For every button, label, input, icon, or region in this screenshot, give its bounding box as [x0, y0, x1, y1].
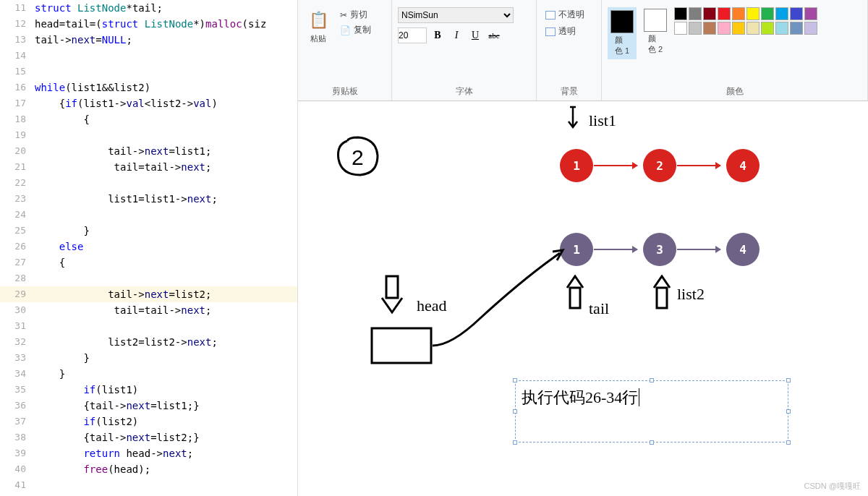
- line-number: 36: [0, 398, 35, 414]
- list-node: 4: [726, 233, 760, 266]
- color-swatch[interactable]: [703, 7, 716, 20]
- code-line[interactable]: 28: [0, 270, 297, 286]
- line-number: 39: [0, 445, 35, 461]
- text-edit-box[interactable]: 执行代码26-34行: [515, 380, 788, 442]
- color-swatch[interactable]: [718, 22, 731, 35]
- color-swatch[interactable]: [804, 22, 817, 35]
- code-text: list2=list2->next;: [35, 334, 218, 350]
- code-line[interactable]: 37 if(list2): [0, 414, 297, 429]
- color-swatch[interactable]: [732, 22, 745, 35]
- code-line[interactable]: 36 {tail->next=list1;}: [0, 398, 297, 414]
- color-swatch[interactable]: [761, 7, 774, 20]
- code-line[interactable]: 33 }: [0, 350, 297, 366]
- paint-canvas[interactable]: 2 list1 124 134 head: [298, 101, 868, 496]
- line-number: 22: [0, 175, 35, 191]
- drawn-circle-2: 2: [333, 130, 391, 188]
- code-text: list1=list1->next;: [35, 191, 218, 207]
- opaque-button[interactable]: 不透明: [542, 7, 587, 22]
- code-line[interactable]: 38 {tail->next=list2;}: [0, 429, 297, 445]
- code-line[interactable]: 21 tail=tail->next;: [0, 159, 297, 175]
- copy-button[interactable]: 📄 复制: [337, 22, 374, 38]
- italic-button[interactable]: I: [448, 27, 464, 43]
- font-family-select[interactable]: NSimSun: [398, 7, 514, 23]
- code-text: tail->next=list1;: [35, 143, 211, 159]
- color-swatch[interactable]: [689, 22, 702, 35]
- line-number: 23: [0, 191, 35, 207]
- code-text: {if(list1->val<list2->val): [35, 95, 218, 111]
- head-box: [370, 327, 435, 370]
- font-size-input[interactable]: [398, 27, 427, 43]
- color1-button[interactable]: 颜 色 1: [608, 7, 637, 59]
- code-line[interactable]: 22: [0, 175, 297, 191]
- code-line[interactable]: 32 list2=list2->next;: [0, 334, 297, 350]
- line-number: 37: [0, 414, 35, 429]
- list-node: 2: [643, 149, 676, 182]
- code-text: return head->next;: [35, 445, 193, 461]
- code-line[interactable]: 16while(list1&&list2): [0, 80, 297, 95]
- arrow-icon: [677, 165, 720, 166]
- code-line[interactable]: 35 if(list1): [0, 382, 297, 398]
- color-swatch[interactable]: [703, 22, 716, 35]
- code-line[interactable]: 12head=tail=(struct ListNode*)malloc(siz: [0, 16, 297, 32]
- color-swatch[interactable]: [775, 7, 788, 20]
- line-number: 27: [0, 255, 35, 270]
- line-number: 31: [0, 318, 35, 334]
- code-line[interactable]: 25 }: [0, 223, 297, 239]
- line-number: 19: [0, 127, 35, 143]
- color2-button[interactable]: 颜 色 2: [641, 7, 670, 56]
- code-line[interactable]: 13tail->next=NULL;: [0, 32, 297, 48]
- code-line[interactable]: 34 }: [0, 366, 297, 382]
- code-line[interactable]: 14: [0, 48, 297, 64]
- code-line[interactable]: 31: [0, 318, 297, 334]
- transparent-button[interactable]: 透明: [542, 24, 579, 39]
- color-swatch[interactable]: [674, 22, 687, 35]
- code-editor[interactable]: 11struct ListNode*tail;12head=tail=(stru…: [0, 0, 298, 496]
- line-number: 11: [0, 0, 35, 16]
- code-line[interactable]: 20 tail->next=list1;: [0, 143, 297, 159]
- svg-rect-1: [386, 276, 398, 298]
- code-text: if(list2): [35, 414, 138, 429]
- code-line[interactable]: 11struct ListNode*tail;: [0, 0, 297, 16]
- underline-button[interactable]: U: [467, 27, 483, 43]
- color-swatch[interactable]: [761, 22, 774, 35]
- color-swatch[interactable]: [718, 7, 731, 20]
- code-line[interactable]: 26 else: [0, 239, 297, 255]
- code-line[interactable]: 30 tail=tail->next;: [0, 302, 297, 318]
- color-swatch[interactable]: [790, 22, 803, 35]
- code-line[interactable]: 40 free(head);: [0, 461, 297, 477]
- tail-label: tail: [589, 299, 609, 318]
- cut-button[interactable]: ✂ 剪切: [337, 7, 374, 22]
- bold-button[interactable]: B: [430, 27, 446, 43]
- code-line[interactable]: 18 {: [0, 111, 297, 127]
- code-line[interactable]: 39 return head->next;: [0, 445, 297, 461]
- color-swatch[interactable]: [790, 7, 803, 20]
- paste-button[interactable]: 📋 粘贴: [304, 7, 333, 46]
- line-number: 17: [0, 95, 35, 111]
- line-number: 20: [0, 143, 35, 159]
- color-swatch[interactable]: [689, 7, 702, 20]
- color-swatch[interactable]: [746, 22, 760, 35]
- bg-label: 背景: [542, 82, 595, 101]
- arrow-down-icon: [566, 106, 587, 134]
- color-swatch[interactable]: [775, 22, 788, 35]
- code-line[interactable]: 15: [0, 64, 297, 80]
- line-number: 24: [0, 207, 35, 223]
- arrow-icon: [677, 249, 720, 250]
- code-line[interactable]: 23 list1=list1->next;: [0, 191, 297, 207]
- line-number: 29: [0, 286, 35, 302]
- code-line[interactable]: 41: [0, 477, 297, 493]
- arrow-up-icon: [652, 275, 674, 311]
- line-number: 40: [0, 461, 35, 477]
- code-line[interactable]: 29 tail->next=list2;: [0, 286, 297, 302]
- code-line[interactable]: 27 {: [0, 255, 297, 270]
- strike-button[interactable]: abc: [486, 27, 502, 43]
- color-palette: [674, 7, 817, 35]
- code-line[interactable]: 19: [0, 127, 297, 143]
- code-line[interactable]: 17 {if(list1->val<list2->val): [0, 95, 297, 111]
- color-swatch[interactable]: [804, 7, 817, 20]
- color-swatch[interactable]: [674, 7, 687, 20]
- code-line[interactable]: 24: [0, 207, 297, 223]
- line-number: 30: [0, 302, 35, 318]
- color-swatch[interactable]: [746, 7, 760, 20]
- color-swatch[interactable]: [732, 7, 745, 20]
